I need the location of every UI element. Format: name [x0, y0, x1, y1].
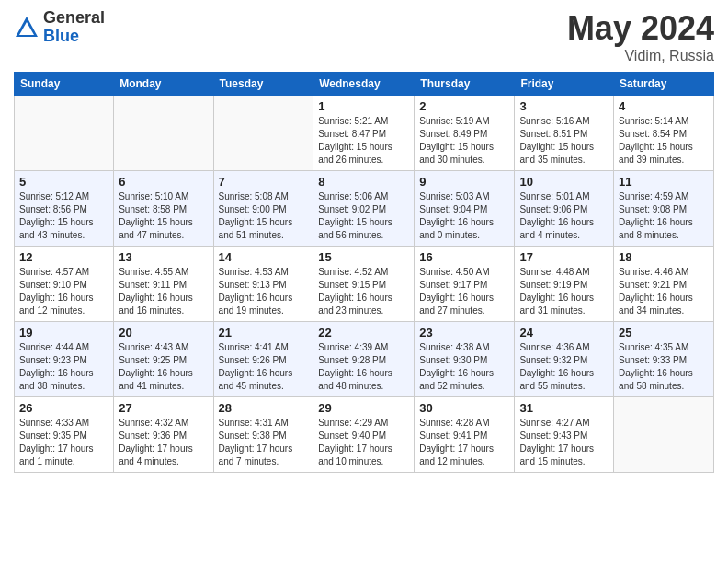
day-info: Sunrise: 4:43 AMSunset: 9:25 PMDaylight:…: [119, 341, 208, 393]
calendar-cell: 15Sunrise: 4:52 AMSunset: 9:15 PMDayligh…: [313, 247, 415, 322]
day-number: 29: [318, 401, 409, 415]
day-info: Sunrise: 4:39 AMSunset: 9:28 PMDaylight:…: [318, 341, 409, 393]
day-info: Sunrise: 4:31 AMSunset: 9:38 PMDaylight:…: [219, 417, 309, 468]
day-number: 27: [119, 401, 208, 415]
day-info: Sunrise: 4:36 AMSunset: 9:32 PMDaylight:…: [519, 341, 609, 393]
day-number: 7: [219, 175, 309, 189]
calendar-cell: 7Sunrise: 5:08 AMSunset: 9:00 PMDaylight…: [213, 171, 313, 247]
calendar-cell: 2Sunrise: 5:19 AMSunset: 8:49 PMDaylight…: [415, 96, 515, 171]
day-info: Sunrise: 5:03 AMSunset: 9:04 PMDaylight:…: [419, 190, 509, 242]
calendar-cell: [15, 96, 114, 171]
day-info: Sunrise: 4:35 AMSunset: 9:33 PMDaylight:…: [619, 341, 709, 393]
calendar-cell: 8Sunrise: 5:06 AMSunset: 9:02 PMDaylight…: [313, 171, 415, 247]
day-number: 15: [318, 250, 409, 264]
col-header-wednesday: Wednesday: [313, 73, 415, 96]
calendar-cell: 9Sunrise: 5:03 AMSunset: 9:04 PMDaylight…: [415, 171, 515, 247]
day-info: Sunrise: 4:57 AMSunset: 9:10 PMDaylight:…: [19, 266, 108, 317]
day-info: Sunrise: 5:08 AMSunset: 9:00 PMDaylight:…: [219, 190, 309, 242]
calendar-cell: 13Sunrise: 4:55 AMSunset: 9:11 PMDayligh…: [114, 247, 213, 322]
calendar-cell: 21Sunrise: 4:41 AMSunset: 9:26 PMDayligh…: [213, 322, 313, 397]
col-header-sunday: Sunday: [15, 73, 114, 96]
calendar-cell: 25Sunrise: 4:35 AMSunset: 9:33 PMDayligh…: [614, 322, 714, 397]
day-number: 6: [119, 175, 208, 189]
day-info: Sunrise: 5:19 AMSunset: 8:49 PMDaylight:…: [419, 115, 509, 167]
day-info: Sunrise: 5:06 AMSunset: 9:02 PMDaylight:…: [318, 190, 409, 242]
logo-icon: [14, 15, 40, 40]
calendar-week-1: 1Sunrise: 5:21 AMSunset: 8:47 PMDaylight…: [15, 96, 714, 171]
day-info: Sunrise: 4:53 AMSunset: 9:13 PMDaylight:…: [219, 266, 309, 317]
page: General Blue May 2024 Vidim, Russia Sund…: [0, 0, 728, 482]
day-number: 21: [219, 326, 309, 339]
day-info: Sunrise: 4:28 AMSunset: 9:41 PMDaylight:…: [419, 417, 509, 468]
title-block: May 2024 Vidim, Russia: [567, 9, 714, 64]
day-number: 25: [619, 326, 709, 339]
day-number: 9: [419, 175, 509, 189]
calendar-cell: 29Sunrise: 4:29 AMSunset: 9:40 PMDayligh…: [313, 397, 415, 473]
calendar-week-4: 19Sunrise: 4:44 AMSunset: 9:23 PMDayligh…: [15, 322, 714, 397]
day-number: 16: [419, 250, 509, 264]
day-number: 11: [619, 175, 709, 189]
calendar-cell: 16Sunrise: 4:50 AMSunset: 9:17 PMDayligh…: [415, 247, 515, 322]
calendar-week-2: 5Sunrise: 5:12 AMSunset: 8:56 PMDaylight…: [15, 171, 714, 247]
logo: General Blue: [14, 9, 105, 46]
header: General Blue May 2024 Vidim, Russia: [14, 9, 714, 64]
day-info: Sunrise: 5:21 AMSunset: 8:47 PMDaylight:…: [318, 115, 409, 167]
day-number: 2: [419, 99, 509, 113]
day-number: 18: [619, 250, 709, 264]
col-header-saturday: Saturday: [614, 73, 714, 96]
calendar-cell: 20Sunrise: 4:43 AMSunset: 9:25 PMDayligh…: [114, 322, 213, 397]
calendar-cell: 6Sunrise: 5:10 AMSunset: 8:58 PMDaylight…: [114, 171, 213, 247]
day-number: 22: [318, 326, 409, 339]
calendar-cell: 17Sunrise: 4:48 AMSunset: 9:19 PMDayligh…: [515, 247, 614, 322]
calendar-cell: 10Sunrise: 5:01 AMSunset: 9:06 PMDayligh…: [515, 171, 614, 247]
location: Vidim, Russia: [567, 48, 714, 64]
day-info: Sunrise: 4:29 AMSunset: 9:40 PMDaylight:…: [318, 417, 409, 468]
calendar-cell: 27Sunrise: 4:32 AMSunset: 9:36 PMDayligh…: [114, 397, 213, 473]
calendar-cell: 30Sunrise: 4:28 AMSunset: 9:41 PMDayligh…: [415, 397, 515, 473]
calendar-week-3: 12Sunrise: 4:57 AMSunset: 9:10 PMDayligh…: [15, 247, 714, 322]
calendar-cell: 28Sunrise: 4:31 AMSunset: 9:38 PMDayligh…: [213, 397, 313, 473]
day-number: 24: [519, 326, 609, 339]
day-info: Sunrise: 5:12 AMSunset: 8:56 PMDaylight:…: [19, 190, 108, 242]
day-number: 12: [19, 250, 108, 264]
col-header-thursday: Thursday: [415, 73, 515, 96]
day-info: Sunrise: 4:44 AMSunset: 9:23 PMDaylight:…: [19, 341, 108, 393]
day-number: 14: [219, 250, 309, 264]
day-number: 10: [519, 175, 609, 189]
calendar-cell: 5Sunrise: 5:12 AMSunset: 8:56 PMDaylight…: [15, 171, 114, 247]
day-number: 8: [318, 175, 409, 189]
day-number: 1: [318, 99, 409, 113]
day-number: 19: [19, 326, 108, 339]
day-number: 28: [219, 401, 309, 415]
day-info: Sunrise: 4:48 AMSunset: 9:19 PMDaylight:…: [519, 266, 609, 317]
day-info: Sunrise: 4:52 AMSunset: 9:15 PMDaylight:…: [318, 266, 409, 317]
day-number: 23: [419, 326, 509, 339]
logo-text: General Blue: [43, 9, 105, 46]
calendar-cell: 22Sunrise: 4:39 AMSunset: 9:28 PMDayligh…: [313, 322, 415, 397]
day-number: 3: [519, 99, 609, 113]
day-info: Sunrise: 5:14 AMSunset: 8:54 PMDaylight:…: [619, 115, 709, 167]
calendar-cell: 4Sunrise: 5:14 AMSunset: 8:54 PMDaylight…: [614, 96, 714, 171]
calendar-table: SundayMondayTuesdayWednesdayThursdayFrid…: [14, 72, 714, 473]
calendar-cell: 11Sunrise: 4:59 AMSunset: 9:08 PMDayligh…: [614, 171, 714, 247]
calendar-week-5: 26Sunrise: 4:33 AMSunset: 9:35 PMDayligh…: [15, 397, 714, 473]
day-info: Sunrise: 4:46 AMSunset: 9:21 PMDaylight:…: [619, 266, 709, 317]
calendar-cell: 19Sunrise: 4:44 AMSunset: 9:23 PMDayligh…: [15, 322, 114, 397]
calendar-cell: 26Sunrise: 4:33 AMSunset: 9:35 PMDayligh…: [15, 397, 114, 473]
calendar-cell: 1Sunrise: 5:21 AMSunset: 8:47 PMDaylight…: [313, 96, 415, 171]
day-info: Sunrise: 4:27 AMSunset: 9:43 PMDaylight:…: [519, 417, 609, 468]
day-number: 4: [619, 99, 709, 113]
day-info: Sunrise: 4:32 AMSunset: 9:36 PMDaylight:…: [119, 417, 208, 468]
day-info: Sunrise: 4:33 AMSunset: 9:35 PMDaylight:…: [19, 417, 108, 468]
calendar-cell: [213, 96, 313, 171]
day-info: Sunrise: 4:50 AMSunset: 9:17 PMDaylight:…: [419, 266, 509, 317]
day-number: 26: [19, 401, 108, 415]
day-info: Sunrise: 4:41 AMSunset: 9:26 PMDaylight:…: [219, 341, 309, 393]
day-number: 20: [119, 326, 208, 339]
day-info: Sunrise: 5:10 AMSunset: 8:58 PMDaylight:…: [119, 190, 208, 242]
col-header-monday: Monday: [114, 73, 213, 96]
calendar-cell: [614, 397, 714, 473]
day-info: Sunrise: 4:55 AMSunset: 9:11 PMDaylight:…: [119, 266, 208, 317]
calendar-cell: 31Sunrise: 4:27 AMSunset: 9:43 PMDayligh…: [515, 397, 614, 473]
calendar-cell: 18Sunrise: 4:46 AMSunset: 9:21 PMDayligh…: [614, 247, 714, 322]
